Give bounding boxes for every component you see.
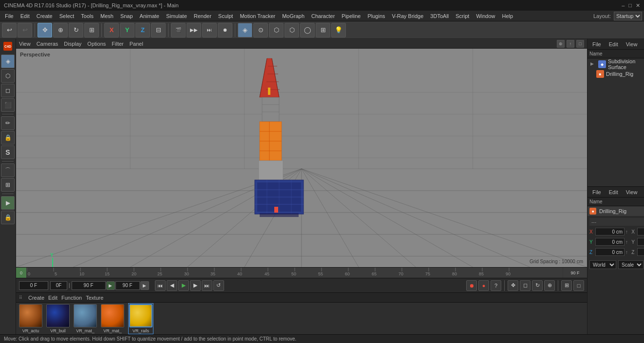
attr-tab-file[interactable]: File [590, 188, 603, 196]
goto-end-btn[interactable]: ⏭ [202, 280, 212, 291]
viewport-mode-3[interactable]: ⬡ [269, 23, 284, 37]
snap-toggle-btn[interactable]: ⊞ [1, 178, 15, 192]
undo-btn[interactable]: ↩ [2, 23, 17, 37]
frame-range-set-btn[interactable]: ▶ [106, 281, 115, 290]
attr-selected-object-row[interactable]: ■ Drilling_Rig □ □ □ □ [587, 206, 644, 216]
menu-tools[interactable]: Tools [78, 12, 96, 20]
material-item-4[interactable]: VR_mat_ [101, 304, 124, 333]
start-frame-field[interactable]: 0F [50, 281, 67, 290]
vp-menu-view[interactable]: View [19, 41, 31, 47]
end-frame-field[interactable]: 90 F [72, 281, 106, 290]
move-tool-t[interactable]: ✥ [508, 280, 518, 291]
menu-window[interactable]: Window [473, 12, 498, 20]
step-back-btn[interactable]: ◀ [167, 280, 177, 291]
record-btn[interactable]: ⏺ [466, 280, 477, 291]
obj-tab-file[interactable]: File [590, 40, 603, 48]
3d-viewport[interactable]: X Y Z Perspective Grid Spacing : 10000 c… [16, 49, 587, 267]
auto-key-btn[interactable]: ● [478, 280, 489, 291]
mat-menu-create[interactable]: Create [28, 295, 44, 301]
mat-menu-function[interactable]: Function [61, 295, 82, 301]
fps-set-btn[interactable]: ▶ [140, 281, 149, 290]
coord-x-rot-input[interactable] [637, 228, 644, 235]
menu-sculpt[interactable]: Sculpt [215, 12, 236, 20]
attr-tab-view[interactable]: View [624, 188, 640, 196]
material-item-2[interactable]: VR_buil [46, 304, 70, 333]
anim-btn2[interactable]: ⏭ [202, 23, 217, 37]
loop-btn[interactable]: ↺ [213, 280, 224, 291]
rotate-tool-btn[interactable]: ↻ [69, 23, 83, 37]
world-axis-btn[interactable]: ⊟ [151, 23, 166, 37]
scale-select[interactable]: Scale [618, 260, 644, 269]
viewport-mode-7[interactable]: 💡 [331, 23, 346, 37]
layout-select[interactable]: Startup [614, 12, 642, 20]
mode-poly-btn[interactable]: ◻ [1, 84, 15, 97]
anim-btn3[interactable]: ⏺ [218, 23, 232, 37]
menu-help[interactable]: Help [499, 12, 516, 20]
obj-tab-edit[interactable]: Edit [607, 40, 620, 48]
goto-start-btn[interactable]: ⏮ [155, 280, 166, 291]
menu-create[interactable]: Create [34, 12, 56, 20]
mode-edges-btn[interactable]: ⬡ [1, 69, 15, 83]
x-axis-btn[interactable]: X [104, 23, 119, 37]
vp-menu-cameras[interactable]: Cameras [37, 41, 58, 47]
fps-field[interactable]: 90 F [115, 281, 140, 290]
viewport-mode-1[interactable]: ◈ [238, 23, 252, 37]
menu-character[interactable]: Character [308, 12, 338, 20]
material-item-3[interactable]: VR_mat_ [74, 304, 97, 333]
maximize-btn[interactable]: □ [628, 2, 632, 9]
tool-magnet-btn[interactable]: 🔒 [1, 131, 15, 144]
view-tool-t[interactable]: □ [573, 280, 584, 291]
vp-ctrl-1[interactable]: ⊕ [557, 40, 565, 48]
menu-pipeline[interactable]: Pipeline [339, 12, 363, 20]
obj-tab-view[interactable]: View [624, 40, 640, 48]
keyframe-btn[interactable]: 🎬 [171, 23, 186, 37]
timeline-start-marker[interactable]: 0 [16, 268, 27, 278]
tool-s-btn[interactable]: S [1, 145, 15, 159]
minimize-btn[interactable]: – [622, 2, 625, 9]
anim-btn1[interactable]: ▶▶ [187, 23, 201, 37]
menu-simulate[interactable]: Simulate [163, 12, 190, 20]
tool-pen-btn[interactable]: ✏ [1, 116, 15, 130]
vp-ctrl-2[interactable]: ↑ [567, 40, 574, 48]
menu-render[interactable]: Render [191, 12, 214, 20]
object-row-subdivision[interactable]: ▶ ◆ Subdivision Surface ✓ ◎ ◎ □ □ [588, 59, 644, 69]
coord-tool-t[interactable]: ⊕ [544, 280, 555, 291]
tool-brush-btn[interactable]: ⌒ [1, 163, 15, 177]
menu-file[interactable]: File [2, 12, 17, 20]
viewport-mode-6[interactable]: ⊞ [316, 23, 330, 37]
mode-model-btn[interactable]: ⬛ [1, 98, 15, 112]
lock-btn[interactable]: 🔒 [1, 211, 15, 224]
grid-tool-t[interactable]: ⊞ [561, 280, 572, 291]
menu-edit[interactable]: Edit [18, 12, 33, 20]
mat-menu-texture[interactable]: Texture [86, 295, 103, 301]
menu-select[interactable]: Select [57, 12, 77, 20]
current-frame-field[interactable]: 0 F [19, 281, 48, 290]
world-select[interactable]: World Object [589, 260, 616, 269]
scale-tool-t[interactable]: ◻ [520, 280, 530, 291]
viewport-mode-5[interactable]: ◯ [300, 23, 315, 37]
menu-vray[interactable]: V-Ray Bridge [389, 12, 427, 20]
menu-plugins[interactable]: Plugins [364, 12, 388, 20]
play-btn[interactable]: ▶ [178, 280, 189, 291]
menu-motion-tracker[interactable]: Motion Tracker [237, 12, 278, 20]
vp-menu-display[interactable]: Display [64, 41, 81, 47]
vp-menu-panel[interactable]: Panel [130, 41, 143, 47]
move-tool-btn[interactable]: ✥ [38, 23, 52, 37]
material-item-1[interactable]: VR_actu [19, 304, 42, 333]
coord-z-pos-input[interactable] [595, 248, 625, 256]
attr-tab-edit[interactable]: Edit [607, 188, 620, 196]
vp-menu-options[interactable]: Options [87, 41, 106, 47]
coord-y-pos-input[interactable] [595, 238, 625, 246]
timeline-ruler[interactable]: 0 5 10 15 20 25 30 35 40 45 50 55 60 65 [27, 268, 563, 278]
mat-menu-edit[interactable]: Edit [48, 295, 57, 301]
menu-3dtoall[interactable]: 3DToAll [427, 12, 452, 20]
menu-snap[interactable]: Snap [117, 12, 136, 20]
mode-points-btn[interactable]: ◈ [1, 54, 15, 68]
window-controls[interactable]: – □ ✕ [622, 2, 640, 9]
viewport-mode-2[interactable]: ⊙ [253, 23, 268, 37]
redo-btn[interactable]: ↩ [18, 23, 32, 37]
menu-mesh[interactable]: Mesh [97, 12, 116, 20]
y-axis-btn[interactable]: Y [120, 23, 134, 37]
step-fwd-btn[interactable]: ▶ [190, 280, 201, 291]
coord-z-rot-input[interactable] [637, 248, 644, 256]
